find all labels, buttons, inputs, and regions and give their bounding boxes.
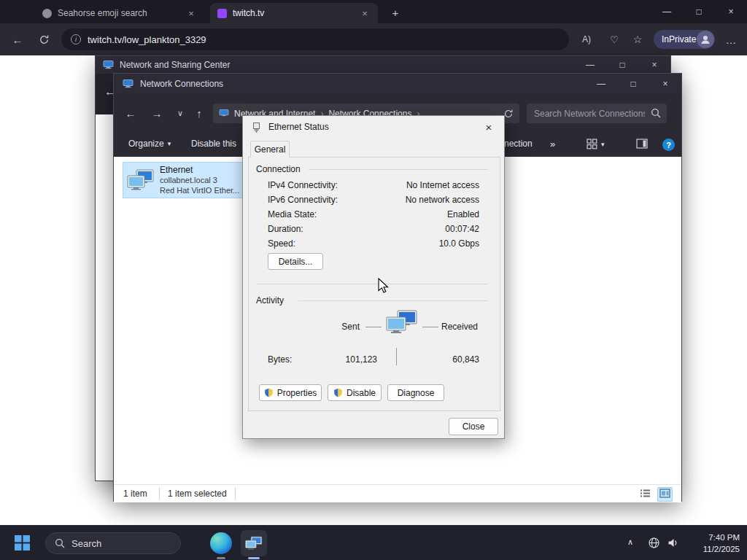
activity-computers-icon [386,310,418,337]
back-button[interactable]: ← [121,104,140,122]
row-label: Duration: [268,224,303,234]
search-box[interactable] [527,104,667,123]
forward-button[interactable]: → [147,104,166,122]
connector-line [365,327,382,327]
row-label: IPv6 Connectivity: [268,195,338,205]
minimize-button[interactable]: — [651,0,683,23]
taskbar-clock[interactable]: 7:40 PM 11/2/2025 [703,532,740,555]
details-button-label: Details... [279,257,313,267]
disable-button[interactable]: Disable [328,384,382,401]
settings-menu-icon[interactable]: … [721,29,741,50]
divider [235,488,236,499]
sent-label: Sent [323,322,360,332]
details-view-button[interactable] [640,489,651,500]
browser-tab-seahorse[interactable]: Seahorse emoji search × [35,3,204,23]
tab-favicon [42,9,52,18]
tab-title: twitch.tv [233,8,353,18]
diagnose-button[interactable]: Diagnose [387,384,444,401]
maximize-button[interactable]: □ [617,74,649,94]
start-button[interactable] [15,535,30,551]
properties-button[interactable]: Properties [259,384,322,401]
disable-button-label: Disable [347,388,376,398]
item-device: Red Hat VirtIO Ether... [160,186,239,195]
large-icons-view-icon [659,489,670,498]
search-input[interactable] [527,109,645,119]
back-button[interactable]: ← [7,29,28,50]
browser-tab-strip: Seahorse emoji search × twitch.tv × + — … [0,0,747,23]
close-button[interactable]: × [638,56,670,74]
tab-general[interactable]: General [250,141,290,158]
close-button[interactable]: Close [449,418,498,435]
divider [159,488,160,499]
address-bar[interactable]: i twitch.tv/low_plankton_3329 [61,28,569,50]
row-value: 10.0 Gbps [439,238,479,249]
tab-close-icon[interactable]: × [185,8,197,19]
connection-row: Speed: 10.0 Gbps [268,238,479,249]
selected-count-text: 1 item selected [168,489,227,499]
diagnose-button-label: Diagnose [398,388,435,398]
row-label: IPv4 Connectivity: [268,180,338,190]
favorites-icon[interactable]: ☆ [627,29,648,50]
taskbar-search[interactable]: Search [45,532,181,554]
desktop: Seahorse emoji search × twitch.tv × + — … [0,0,747,560]
nsc-titlebar: Network and Sharing Center — □ × [96,56,670,74]
volume-tray-icon[interactable] [667,537,679,549]
tab-close-icon[interactable]: × [359,8,371,19]
help-button[interactable]: ? [662,139,675,151]
refresh-button[interactable] [34,29,54,50]
connection-group-label: Connection [256,164,301,174]
folder-location-icon [219,109,229,117]
new-tab-button[interactable]: + [387,4,404,21]
network-adapter-icon [127,169,155,194]
close-button[interactable]: × [715,0,747,23]
row-value: Enabled [447,209,479,219]
explorer-statusbar: 1 item 1 item selected [114,484,681,502]
item-name: Ethernet [160,165,193,175]
item-domain: collabnet.local 3 [160,176,217,184]
minimize-button[interactable]: — [574,56,606,74]
connection-row: IPv4 Connectivity: No Internet access [268,180,479,190]
site-info-icon[interactable]: i [71,34,81,44]
network-icon [103,61,114,69]
large-icons-view-button[interactable] [657,487,673,502]
maximize-button[interactable]: □ [606,56,638,74]
recent-locations-button[interactable]: ∨ [171,104,190,122]
url-text: twitch.tv/low_plankton_3329 [88,34,206,45]
inprivate-badge[interactable]: InPrivate [654,30,715,49]
disable-device-button[interactable]: Disable this [191,139,236,149]
maximize-button[interactable]: □ [683,0,715,23]
tray-chevron-icon[interactable]: ∧ [627,537,633,547]
minimize-button[interactable]: — [585,74,617,94]
network-connections-taskbar-icon[interactable] [241,530,267,556]
connection-row: Duration: 00:07:42 [268,224,479,234]
network-connections-icon [123,79,133,88]
bytes-received-value: 60,843 [415,354,479,365]
dialog-close-icon[interactable]: × [473,116,504,138]
ethernet-status-dialog: Ethernet Status × General Connection IPv… [242,115,505,439]
browser-tab-twitch[interactable]: twitch.tv × [210,3,378,23]
view-toggle-button[interactable]: ▾ [587,139,605,149]
edge-taskbar-icon[interactable] [210,532,232,554]
close-button[interactable]: × [649,74,681,94]
network-tray-icon[interactable] [648,537,660,549]
details-view-icon [640,489,651,498]
up-button[interactable]: ↑ [190,104,209,122]
organize-menu[interactable]: Organize ▾ [128,139,171,149]
chevron-down-icon: ▾ [168,140,171,147]
windows-logo-icon [15,535,30,551]
explorer-titlebar: Network Connections — □ × [114,74,681,94]
dialog-title: Ethernet Status [268,122,329,132]
list-item-ethernet[interactable]: Ethernet collabnet.local 3 Red Hat VirtI… [123,163,243,198]
refresh-icon[interactable] [503,109,514,119]
rename-connection-button-partial[interactable]: nection [504,139,533,149]
overflow-chevron-icon[interactable]: » [550,139,555,149]
group-line [298,300,488,301]
collections-icon[interactable]: ♡ [604,29,624,50]
read-aloud-icon[interactable]: A) [576,29,597,50]
dialog-titlebar: Ethernet Status [243,116,504,138]
preview-pane-button[interactable] [636,139,648,149]
details-button[interactable]: Details... [268,253,323,270]
connection-row: Media State: Enabled [268,209,479,219]
browser-toolbar: ← i twitch.tv/low_plankton_3329 A) ♡ ☆ I… [0,23,747,55]
uac-shield-icon [333,388,343,397]
